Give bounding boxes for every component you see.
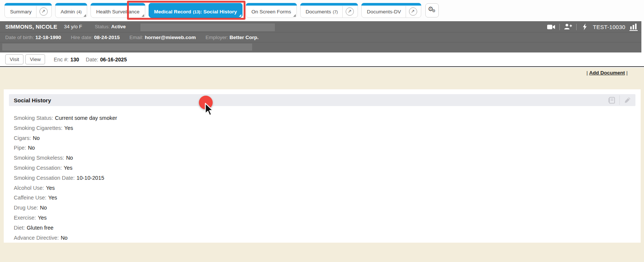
list-item-pipe: Pipe:No [14, 143, 635, 153]
tab-medical-record-section: Social History [203, 9, 237, 15]
external-link-icon[interactable]: ↗ [346, 7, 354, 16]
icon-divider [576, 24, 577, 30]
employer-label: Employer: [206, 35, 228, 40]
pipe-right: | [625, 70, 628, 76]
status-label: Status: [95, 24, 110, 29]
patient-header: SIMMONS, NICOLE 34 y/o F Status: Active … [0, 21, 641, 52]
tab-medical-record-count: (13) [193, 10, 200, 14]
external-link-icon[interactable]: ↗ [39, 7, 48, 16]
list-item-smoking-cessation-date: Smoking Cessation Date:10-10-2015 [14, 173, 635, 183]
list-item-smoking-cessation: Smoking Cessation:Yes [14, 163, 635, 173]
add-document-link[interactable]: Add Document [589, 70, 625, 76]
dob-value: 12-18-1990 [35, 35, 61, 40]
external-link-icon[interactable]: ↗ [409, 7, 417, 16]
patient-name: SIMMONS, NICOLE [5, 23, 57, 30]
tab-summary-label: Summary [6, 6, 36, 15]
dropdown-fold-icon [239, 14, 241, 17]
icon-divider [619, 95, 620, 105]
gear-small-icon: ⚙ [432, 9, 436, 13]
patient-header-row-1: SIMMONS, NICOLE 34 y/o F Status: Active … [0, 21, 641, 32]
journal-icon[interactable] [607, 96, 616, 104]
dob-label: Date of birth: [5, 35, 34, 40]
add-document-row: | Add Document | [586, 70, 628, 76]
panel-title: Social History [14, 97, 51, 103]
add-person-icon[interactable] [564, 23, 572, 31]
tab-settings-button[interactable]: ⚙ ⚙ [425, 3, 439, 17]
tab-admin-label: Admin [61, 9, 75, 15]
patient-header-row-2: Date of birth: 12-18-1990 Hire date: 08-… [0, 32, 641, 42]
email-label: Email: [129, 35, 143, 40]
list-item-advance-directive: Advance Directive:No [14, 233, 635, 243]
social-history-header: Social History [9, 94, 635, 106]
employer-value: Better Corp. [229, 35, 258, 40]
enc-number-label: Enc #: [54, 57, 69, 63]
list-item-drug-use: Drug Use:No [14, 203, 635, 213]
tab-on-screen-forms-label: On Screen Forms [247, 6, 296, 15]
tab-documents-dv[interactable]: Documents-DV ↗ [361, 3, 421, 18]
patient-header-actions: TEST-10030 [547, 21, 638, 32]
icon-divider [559, 24, 560, 30]
tab-health-surveillance-label: Health Surveillance [92, 6, 144, 15]
list-item-exercise: Exercise:Yes [14, 213, 635, 223]
tab-documents-count: (7) [333, 10, 338, 14]
tab-admin-count: (4) [77, 10, 82, 14]
hire-date-value: 08-24-2015 [94, 35, 120, 40]
webchart-screen: Summary ↗ Admin (4) Health Surveillance … [0, 0, 644, 262]
dropdown-fold-icon [142, 14, 144, 17]
patient-age-sex: 34 y/o F [64, 24, 82, 29]
bar-chart-icon[interactable] [629, 23, 638, 31]
tab-admin[interactable]: Admin (4) [55, 3, 87, 18]
social-history-card: Social History Smoking Status:Current so… [4, 89, 641, 243]
encounter-toolbar: Visit View Enc #: 130 Date: 06-16-2025 [0, 52, 644, 67]
tab-medical-record-label: Medical Record [154, 9, 191, 15]
tab-health-surveillance[interactable]: Health Surveillance [91, 3, 145, 18]
lightning-bolt-icon[interactable] [581, 23, 589, 31]
tab-divider [36, 6, 37, 17]
chart-tab-bar: Summary ↗ Admin (4) Health Surveillance … [0, 0, 644, 21]
patient-header-row-3 [0, 42, 641, 52]
list-item-alcohol-use: Alcohol Use:Yes [14, 183, 635, 193]
dropdown-fold-icon [293, 14, 296, 17]
hire-date-label: Hire date: [71, 35, 93, 40]
tab-documents-label: Documents [306, 9, 331, 15]
enc-number-value: 130 [70, 57, 79, 63]
tab-divider [342, 6, 343, 17]
list-item-smoking-status: Smoking Status:Current some day smoker [14, 113, 635, 123]
tab-on-screen-forms[interactable]: On Screen Forms [246, 3, 297, 18]
social-history-list: Smoking Status:Current some day smoker S… [14, 113, 635, 243]
tab-summary[interactable]: Summary ↗ [4, 3, 52, 18]
redaction-box [140, 23, 275, 31]
tab-documents-dv-label: Documents-DV [362, 6, 406, 15]
view-button[interactable]: View [25, 54, 45, 64]
enc-date-value: 06-16-2025 [100, 57, 127, 63]
visit-button[interactable]: Visit [5, 54, 23, 64]
list-item-smoking-smokeless: Smoking Smokeless:No [14, 153, 635, 163]
list-item-diet: Diet:Gluten free [14, 223, 635, 233]
pipe-left: | [586, 70, 589, 76]
status-value: Active [111, 24, 126, 29]
tab-separator: : [200, 9, 202, 15]
tab-medical-record-active[interactable]: Medical Record (13): Social History [149, 3, 242, 18]
dropdown-fold-icon [83, 14, 86, 17]
list-item-smoking-cigarettes: Smoking Cigarettes:Yes [14, 123, 635, 133]
content-area: | Add Document | Social History Smoking … [0, 68, 644, 262]
redaction-box [2, 44, 252, 51]
email-value: horner@mieweb.com [145, 35, 196, 40]
chart-id: TEST-10030 [593, 24, 625, 30]
list-item-caffeine-use: Caffeine Use:Yes [14, 193, 635, 203]
edit-pencil-icon[interactable] [624, 96, 632, 104]
tab-documents[interactable]: Documents (7) ↗ [300, 3, 358, 18]
enc-date-label: Date: [86, 57, 98, 63]
tab-divider [406, 6, 406, 17]
video-camera-icon[interactable] [547, 23, 555, 31]
list-item-cigars: Cigars:No [14, 133, 635, 143]
